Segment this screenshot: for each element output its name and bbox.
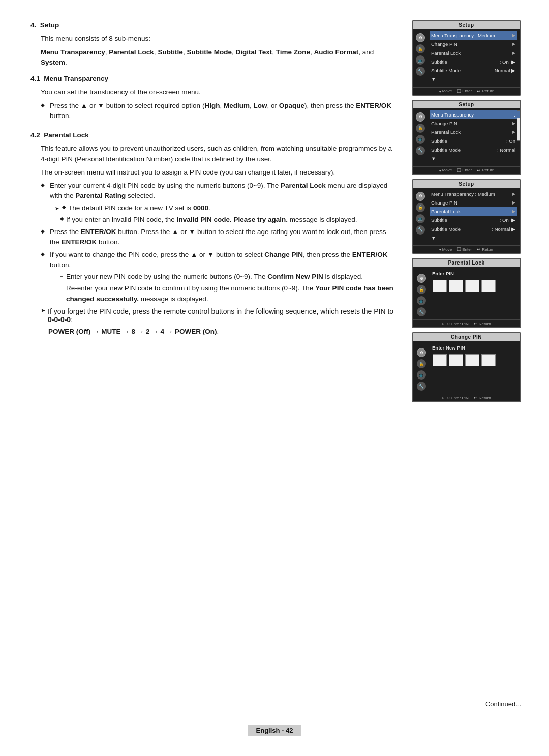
dash-42-2: Re-enter your new PIN code to confirm it… <box>60 283 396 304</box>
tv-menu-1-item-1: Menu Transparency : Medium▶ <box>430 31 517 40</box>
footer-enter-2: ☐Enter <box>457 168 472 173</box>
tv-screen-1-footer: ⬧Move ☐Enter ↩Return <box>413 87 520 95</box>
dash-list-42: Enter your new PIN code by using the num… <box>50 272 396 304</box>
tv-menu-3-item-1: Menu Transparency : Medium▶ <box>430 190 517 198</box>
tv-icons-3: ⚙ 🔒 📺 🔧 <box>416 190 427 243</box>
dropdown-low: Low <box>517 126 521 133</box>
tv-icon-2-3: 📺 <box>416 135 425 144</box>
arrow-forget-pin: ➤ If you forget the PIN code, press the … <box>30 307 396 324</box>
tv-pin-boxes-4 <box>431 277 516 294</box>
tv-icon-5-4: 🔧 <box>417 382 426 391</box>
tv-icon-4-2: 🔒 <box>417 285 426 294</box>
tv-screen-2: Setup ⚙ 🔒 📺 🔧 Menu Transparency : <box>412 100 521 175</box>
section-4-intro: This menu consists of 8 sub-menus: <box>30 34 396 44</box>
tv-menu-1-item-2: Change PIN▶ <box>430 40 517 48</box>
footer-return-2: ↩Return <box>477 168 494 173</box>
tv-screen-4-body: ⚙ 🔒 📺 🔧 Enter PIN <box>413 267 520 319</box>
footer-return-5: ↩Return <box>474 395 491 400</box>
footer-return-1: ↩Return <box>477 89 494 94</box>
tv-screen-4-title: Parental Lock <box>413 259 520 267</box>
dropdown-opaque: Opaque <box>517 133 521 141</box>
tv-menu-3-item-3: Parental Lock▶ <box>430 207 517 216</box>
tv-screen-2-body: ⚙ 🔒 📺 🔧 Menu Transparency : High <box>413 108 520 166</box>
tv-icon-5-3: 📺 <box>417 370 426 380</box>
tv-icon-1-4: 🔧 <box>416 67 425 76</box>
tv-screen-1-title: Setup <box>413 21 520 29</box>
tv-screen-4-footer: ○..○Enter PIN ↩Return <box>413 319 520 327</box>
tv-icon-4-3: 📺 <box>417 296 426 305</box>
tv-screen-3-title: Setup <box>413 180 520 188</box>
footer-move-2: ⬧Move <box>439 168 452 173</box>
tv-icon-4-1: ⚙ <box>417 274 426 283</box>
footer-enter-pin-5: ○..○Enter PIN <box>442 395 469 400</box>
page-content: 4. Setup This menu consists of 8 sub-men… <box>30 20 524 402</box>
tv-menu-1-item-4: Subtitle: On ▶ <box>430 57 517 66</box>
tv-icon-3-1: ⚙ <box>416 192 425 201</box>
footer-enter-3: ☐Enter <box>457 247 472 252</box>
tv-screen-2-title: Setup <box>413 101 520 108</box>
tv-screen-3: Setup ⚙ 🔒 📺 🔧 Menu Transparency : Medium… <box>412 179 521 254</box>
tv-screen-5: Change PIN ⚙ 🔒 📺 🔧 Enter New PIN <box>412 332 521 402</box>
tv-pin-area-4: Enter PIN <box>431 269 516 294</box>
tv-pin-area-5: Enter New PIN <box>431 343 516 368</box>
footer-move-3: ⬧Move <box>439 247 452 252</box>
section-42-bullets: Enter your current 4-digit PIN code by u… <box>30 181 396 304</box>
section-41-title: Menu Transparency <box>44 75 108 82</box>
tv-icons-2: ⚙ 🔒 📺 🔧 <box>416 110 427 163</box>
right-column: Setup ⚙ 🔒 📺 🔧 Menu Transparency : Medium… <box>412 20 524 402</box>
tv-screen-5-title: Change PIN <box>413 333 520 341</box>
footer-enter-1: ☐Enter <box>457 89 472 94</box>
tv-pin-box-4-2 <box>449 280 463 292</box>
bullet-42-3: If you want to change the PIN code, pres… <box>41 250 396 304</box>
tv-menu-3-item-5: Subtitle Mode: Normal ▶ <box>430 225 517 234</box>
section-42-para1: This feature allows you to prevent unaut… <box>30 143 396 164</box>
tv-screen-5-body: ⚙ 🔒 📺 🔧 Enter New PIN <box>413 341 520 394</box>
tv-pin-label-4: Enter PIN <box>431 269 516 277</box>
tv-screen-3-footer: ⬧Move ☐Enter ↩Return <box>413 245 520 253</box>
tv-menu-3-item-2: Change PIN▶ <box>430 198 517 207</box>
tv-icons-5: ⚙ 🔒 📺 🔧 <box>417 343 428 391</box>
bullet-42-1: Enter your current 4-digit PIN code by u… <box>41 181 396 225</box>
section-4-title: Setup <box>40 21 59 29</box>
tv-pin-box-5-3 <box>465 354 479 366</box>
tv-icon-5-2: 🔒 <box>417 359 426 368</box>
tv-icon-1-3: 📺 <box>416 55 425 65</box>
section-41-number: 4.1 <box>30 75 40 82</box>
tv-menu-3-item-6: ▼ <box>430 234 517 242</box>
tv-screen-5-footer: ○..○Enter PIN ↩Return <box>413 394 520 401</box>
tv-icon-1-2: 🔒 <box>416 44 425 53</box>
power-sequence: POWER (Off) → MUTE → 8 → 2 → 4 → POWER (… <box>30 327 396 337</box>
tv-icon-3-4: 🔧 <box>416 225 425 235</box>
section-4-items: Menu Transparency, Parental Lock, Subtit… <box>30 47 396 68</box>
footer-enter-pin-4: ○..○Enter PIN <box>442 321 469 326</box>
tv-menu-3: Menu Transparency : Medium▶ Change PIN▶ … <box>430 190 517 243</box>
tv-screen-3-body: ⚙ 🔒 📺 🔧 Menu Transparency : Medium▶ Chan… <box>413 188 520 246</box>
tv-icon-2-4: 🔧 <box>416 146 425 155</box>
section-42-title: Parental Lock <box>44 131 89 139</box>
page-number: English - 42 <box>248 725 301 736</box>
tv-icon-3-3: 📺 <box>416 214 425 223</box>
arrow-42-1: ◆ The default PIN code for a new TV set … <box>50 203 396 213</box>
tv-pin-boxes-5 <box>431 351 516 368</box>
tv-pin-box-4-1 <box>433 280 447 292</box>
tv-menu-2-item-1: Menu Transparency : High Medium Low Opaq… <box>430 110 517 119</box>
tv-menu-1-item-6: ▼ <box>430 75 517 83</box>
tv-menu-2-item-3: Parental Lock▶ <box>430 128 517 136</box>
continued-text: Continued... <box>485 700 521 708</box>
tv-pin-box-5-1 <box>433 354 447 366</box>
bullet-41-1: Press the ▲ or ▼ button to select requir… <box>41 101 396 122</box>
arrow-42-2: ◆ If you enter an invalid PIN code, the … <box>50 215 396 225</box>
tv-menu-2: Menu Transparency : High Medium Low Opaq… <box>430 110 517 163</box>
tv-menu-2-item-6: ▼ <box>430 154 517 163</box>
tv-menu-1-item-5: Subtitle Mode: Normal ▶ <box>430 66 517 75</box>
section-4: 4. Setup This menu consists of 8 sub-men… <box>30 20 396 68</box>
dropdown-medium: Medium <box>517 118 521 126</box>
tv-icon-3-2: 🔒 <box>416 203 425 212</box>
tv-menu-1-item-3: Parental Lock▶ <box>430 49 517 57</box>
section-42: 4.2 Parental Lock This feature allows yo… <box>30 130 396 337</box>
tv-screen-5-inner: ⚙ 🔒 📺 🔧 Enter New PIN <box>417 343 516 391</box>
tv-screen-4-inner: ⚙ 🔒 📺 🔧 Enter PIN <box>417 269 516 316</box>
left-column: 4. Setup This menu consists of 8 sub-men… <box>30 20 396 402</box>
tv-menu-1: Menu Transparency : Medium▶ Change PIN▶ … <box>430 31 517 84</box>
dropdown-high: High <box>517 111 521 119</box>
